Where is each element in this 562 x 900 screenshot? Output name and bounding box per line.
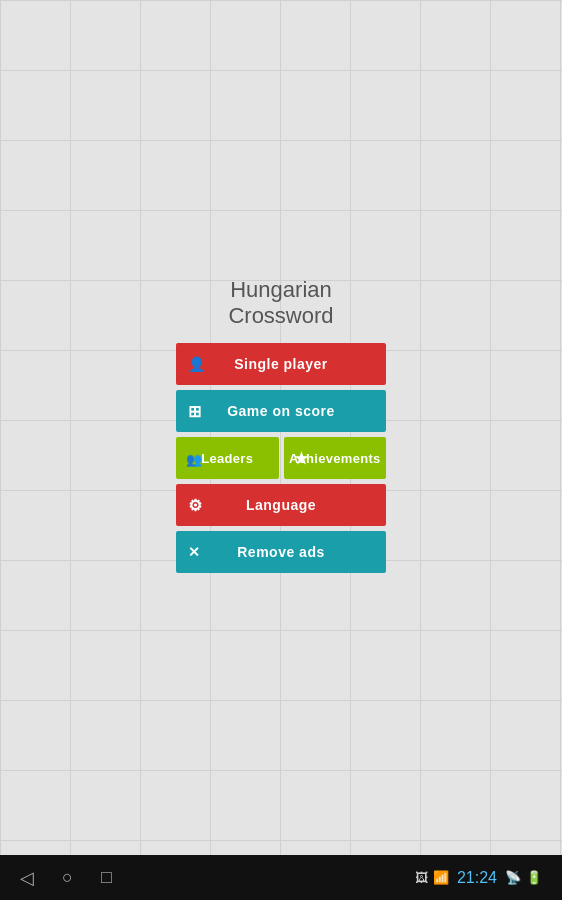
single-player-button[interactable]: Single player	[176, 343, 386, 385]
achievements-button[interactable]: Achievements	[284, 437, 387, 479]
main-content: Hungarian Crossword Single player Game o…	[0, 0, 562, 855]
x-icon	[188, 544, 201, 560]
star-icon	[294, 449, 308, 468]
single-player-label: Single player	[234, 356, 328, 372]
people-icon	[186, 450, 202, 467]
gear-icon	[188, 496, 203, 515]
status-icons: 🖼 📶	[415, 870, 449, 885]
game-on-score-label: Game on score	[227, 403, 335, 419]
recents-button[interactable]: □	[101, 867, 112, 888]
leaders-button[interactable]: Leaders	[176, 437, 279, 479]
image-icon: 🖼	[415, 870, 428, 885]
language-button[interactable]: Language	[176, 484, 386, 526]
home-button[interactable]: ○	[62, 867, 73, 888]
time-display: 21:24	[457, 869, 497, 887]
nav-icons: ◁ ○ □	[20, 867, 112, 889]
sim-icon: 📶	[433, 870, 449, 885]
app-title: Hungarian Crossword	[176, 277, 386, 329]
game-on-score-button[interactable]: Game on score	[176, 390, 386, 432]
remove-ads-button[interactable]: Remove ads	[176, 531, 386, 573]
person-icon	[188, 356, 206, 372]
wifi-icon: 📡	[505, 870, 521, 885]
back-button[interactable]: ◁	[20, 867, 34, 889]
battery-icon: 🔋	[526, 870, 542, 885]
status-bar: ◁ ○ □ 🖼 📶 21:24 📡 🔋	[0, 855, 562, 900]
language-label: Language	[246, 497, 316, 513]
status-right-area: 🖼 📶 21:24 📡 🔋	[415, 869, 542, 887]
menu-container: Hungarian Crossword Single player Game o…	[176, 277, 386, 578]
leaders-achievements-row: Leaders Achievements	[176, 437, 386, 479]
connectivity-icons: 📡 🔋	[505, 870, 542, 885]
remove-ads-label: Remove ads	[237, 544, 324, 560]
leaders-label: Leaders	[201, 451, 253, 466]
grid-icon	[188, 402, 202, 421]
